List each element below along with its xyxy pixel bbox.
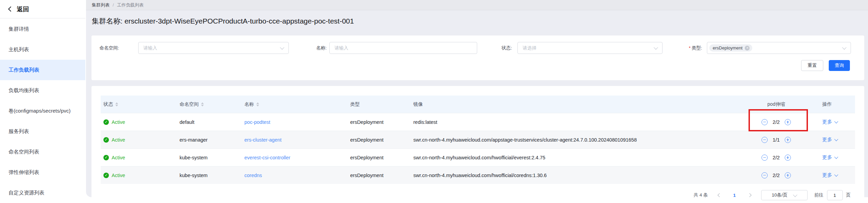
workload-name-link[interactable]: coredns [244, 173, 262, 178]
chevron-down-icon [842, 45, 846, 50]
required-mark: * [689, 45, 691, 50]
namespace-placeholder: 请输入 [143, 45, 157, 51]
column-header-type: 类型 [347, 101, 411, 107]
breadcrumb-separator: / [113, 2, 114, 8]
sort-icon[interactable] [115, 102, 118, 106]
sidebar-item-load-balancer-list[interactable]: 负载均衡列表 [0, 80, 85, 101]
workload-name-link[interactable]: ers-cluster-agent [244, 137, 282, 143]
page-unit-label: 页 [846, 192, 851, 198]
search-button[interactable]: 查询 [829, 60, 850, 71]
type-cell: ersDeployment [347, 173, 411, 178]
chevron-down-icon [834, 119, 838, 123]
column-header-image: 镜像 [411, 101, 745, 107]
pagination: 共 4 条 1 10条/页 前往 页 [694, 190, 851, 201]
status-text: Active [112, 173, 125, 178]
column-header-pod-scale: pod伸缩 [745, 101, 807, 107]
type-label: *类型: [672, 45, 702, 52]
name-placeholder: 请输入 [335, 45, 348, 51]
sidebar-item-host-list[interactable]: 主机列表 [0, 39, 85, 60]
status-cell: Active [101, 119, 177, 125]
more-button[interactable]: 更多 [822, 119, 838, 125]
pod-count: 2/2 [773, 119, 780, 125]
goto-label: 前往 [814, 192, 824, 198]
status-placeholder: 请选择 [523, 45, 537, 51]
sidebar-item-workload-list[interactable]: 工作负载列表 [0, 60, 85, 80]
type-cell: ersDeployment [347, 155, 411, 160]
column-label: 操作 [822, 101, 832, 107]
action-cell: 更多 [807, 119, 855, 125]
sidebar-item-namespace-list[interactable]: 命名空间列表 [0, 142, 85, 162]
chevron-down-icon [793, 192, 797, 197]
remove-tag-icon[interactable] [745, 46, 750, 50]
more-button[interactable]: 更多 [822, 154, 838, 161]
sidebar-item-cluster-detail[interactable]: 集群详情 [0, 19, 85, 39]
workload-table: 状态 命名空间 名称 类型 镜像 [101, 96, 855, 184]
chevron-down-icon [834, 155, 838, 159]
sidebar-menu: 集群详情 主机列表 工作负载列表 负载均衡列表 卷(configmaps/sec… [0, 18, 85, 203]
name-label: 名称: [296, 45, 327, 52]
sort-icon[interactable] [256, 102, 259, 106]
page-number[interactable]: 1 [733, 193, 736, 198]
type-tag: ersDeployment [709, 44, 752, 52]
status-active-icon [103, 119, 109, 125]
namespace-cell: kube-system [177, 155, 242, 160]
pod-scale-cell: 2/2 [745, 155, 807, 161]
column-header-action: 操作 [807, 101, 855, 107]
status-active-icon [103, 137, 109, 143]
workload-name-link[interactable]: poc-podtest [244, 119, 270, 125]
column-header-status: 状态 [101, 101, 177, 107]
table-row: Active kube-system everest-csi-controlle… [101, 148, 855, 166]
action-cell: 更多 [807, 136, 855, 143]
sidebar-item-volumes[interactable]: 卷(configmaps/secrets/pvc) [0, 101, 85, 121]
action-cell: 更多 [807, 154, 855, 161]
next-page-icon[interactable] [746, 192, 753, 199]
pod-count: 2/2 [773, 155, 780, 160]
table-row: Active default poc-podtest ersDeployment… [101, 113, 855, 131]
chevron-down-icon [834, 173, 838, 176]
scale-down-icon[interactable] [762, 137, 768, 143]
type-tag-text: ersDeployment [713, 45, 742, 50]
scale-up-icon[interactable] [785, 119, 791, 125]
more-label: 更多 [822, 154, 832, 161]
column-label: pod伸缩 [767, 101, 785, 107]
type-label-text: 类型: [692, 45, 702, 50]
chevron-down-icon [280, 45, 284, 50]
name-cell: ers-cluster-agent [242, 137, 347, 143]
more-button[interactable]: 更多 [822, 136, 838, 143]
type-cell: ersDeployment [347, 119, 411, 125]
goto-page-input[interactable] [827, 190, 843, 200]
sidebar-item-autoscaling-list[interactable]: 弹性伸缩列表 [0, 162, 85, 183]
more-button[interactable]: 更多 [822, 172, 838, 178]
image-cell: swr.cn-north-4.myhuaweicloud.com/hwoffic… [411, 173, 745, 178]
scale-down-icon[interactable] [762, 119, 768, 125]
reset-button[interactable]: 重置 [801, 60, 823, 71]
status-cell: Active [101, 155, 177, 160]
namespace-cell: default [177, 119, 242, 125]
scale-down-icon[interactable] [762, 155, 768, 161]
prev-page-icon[interactable] [716, 192, 723, 199]
namespace-select[interactable]: 请输入 [138, 42, 289, 54]
type-select[interactable]: ersDeployment [707, 42, 851, 54]
breadcrumb-workload-list: 工作负载列表 [117, 2, 144, 8]
sidebar-item-custom-resource-list[interactable]: 自定义资源列表 [0, 183, 85, 203]
sort-icon[interactable] [201, 102, 204, 106]
scale-up-icon[interactable] [785, 137, 791, 143]
status-text: Active [112, 137, 125, 143]
scale-up-icon[interactable] [785, 172, 791, 178]
app-root: 返回 集群详情 主机列表 工作负载列表 负载均衡列表 卷(configmaps/… [0, 0, 868, 203]
back-button[interactable]: 返回 [0, 0, 85, 18]
workload-name-link[interactable]: everest-csi-controller [244, 155, 290, 160]
page-size-select[interactable]: 10条/页 [761, 190, 808, 200]
status-select[interactable]: 请选择 [517, 42, 663, 54]
scale-up-icon[interactable] [785, 155, 791, 161]
status-cell: Active [101, 137, 177, 143]
name-cell: coredns [242, 173, 347, 178]
page-title: 集群名称: erscluster-3dpt-WiseEyePOCProductA… [92, 16, 354, 26]
name-input[interactable]: 请输入 [329, 42, 477, 54]
scale-down-icon[interactable] [762, 172, 768, 178]
more-label: 更多 [822, 136, 832, 143]
column-label: 命名空间 [180, 101, 199, 107]
sidebar-item-service-list[interactable]: 服务列表 [0, 121, 85, 142]
main-panel: 集群列表 / 工作负载列表 集群名称: erscluster-3dpt-Wise… [86, 0, 868, 197]
breadcrumb-cluster-list[interactable]: 集群列表 [92, 2, 110, 8]
